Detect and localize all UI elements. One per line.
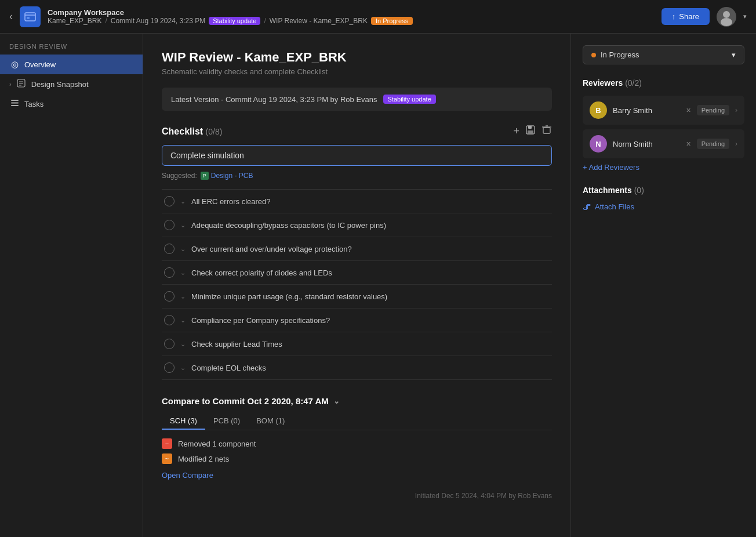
topbar-info: Company Workspace Kame_EXP_BRK / Commit … [48, 8, 662, 25]
breadcrumb: Kame_EXP_BRK / Commit Aug 19 2024, 3:23 … [48, 17, 662, 25]
suggested-link[interactable]: P Design - PCB [201, 172, 253, 180]
reviewer-status-barry: Pending [697, 105, 729, 115]
compare-header[interactable]: Compare to Commit Oct 2 2020, 8:47 AM ⌄ [162, 396, 552, 406]
checklist-item-text: Check correct polarity of diodes and LED… [191, 268, 332, 277]
attachments-count: (0) [634, 186, 644, 195]
page-subtitle: Schematic validity checks and complete C… [162, 67, 552, 76]
breadcrumb-file: Kame_EXP_BRK [48, 17, 101, 25]
reviewer-row-norm: N Norm Smith × Pending › [583, 129, 744, 158]
chevron-1[interactable]: ⌄ [180, 222, 186, 229]
status-dot [591, 53, 596, 57]
checklist-actions: + [513, 125, 552, 138]
status-dropdown[interactable]: In Progress ▾ [583, 45, 744, 64]
check-circle-5[interactable] [164, 315, 175, 325]
sidebar-item-design-snapshot[interactable]: › Design Snapshot [0, 74, 143, 94]
check-circle-3[interactable] [164, 267, 175, 278]
reviewer-chevron-barry[interactable]: › [735, 106, 737, 114]
reviewer-chevron-norm[interactable]: › [735, 140, 737, 148]
svg-point-2 [723, 11, 730, 18]
version-tag[interactable]: Stability update [383, 95, 436, 104]
reviewer-row-barry: B Barry Smith × Pending › [583, 96, 744, 125]
check-circle-1[interactable] [164, 220, 175, 230]
compare-tab-sch[interactable]: SCH (3) [162, 413, 205, 430]
checklist-save-button[interactable] [525, 125, 536, 138]
design-snapshot-icon [16, 79, 27, 89]
check-circle-4[interactable] [164, 291, 175, 302]
compare-modified-text: Modified 2 nets [178, 455, 229, 463]
compare-tab-pcb[interactable]: PCB (0) [205, 413, 248, 430]
version-text: Latest Version - Commit Aug 19 2024, 3:2… [171, 95, 377, 104]
check-circle-6[interactable] [164, 339, 175, 349]
reviewer-status-norm: Pending [697, 139, 729, 149]
topbar-actions: ↑ Share ▾ [662, 7, 747, 27]
checklist-new-item-input[interactable] [170, 151, 543, 160]
check-circle-0[interactable] [164, 196, 175, 206]
checklist-items: ⌄ All ERC errors cleared? ⌄ Adequate dec… [162, 189, 552, 380]
breadcrumb-commit: Commit Aug 19 2024, 3:23 PM [111, 17, 205, 25]
check-circle-2[interactable] [164, 244, 175, 254]
checklist-item: ⌄ Adequate decoupling/bypass capacitors … [162, 213, 552, 237]
checklist-item: ⌄ Complete EOL checks [162, 356, 552, 380]
back-button[interactable]: ‹ [9, 10, 13, 23]
topbar: ‹ Company Workspace Kame_EXP_BRK / Commi… [0, 0, 756, 34]
checklist-add-button[interactable]: + [513, 125, 519, 137]
chevron-5[interactable]: ⌄ [180, 317, 186, 324]
pcb-file-icon: P [201, 172, 209, 180]
reviewer-remove-barry[interactable]: × [686, 106, 690, 115]
sidebar-item-overview[interactable]: ◎ Overview [0, 55, 143, 74]
chevron-7[interactable]: ⌄ [180, 364, 186, 372]
chevron-2[interactable]: ⌄ [180, 245, 186, 253]
compare-item-modified: ~ Modified 2 nets [162, 453, 552, 464]
sidebar: DESIGN REVIEW ◎ Overview › Design Snapsh… [0, 34, 143, 537]
chevron-0[interactable]: ⌄ [180, 198, 186, 205]
check-circle-7[interactable] [164, 362, 175, 373]
compare-chevron-icon: ⌄ [333, 397, 340, 405]
svg-rect-8 [11, 100, 19, 101]
stability-tag[interactable]: Stability update [209, 17, 260, 25]
checklist-item: ⌄ Over current and over/under voltage pr… [162, 237, 552, 261]
attach-files-label: Attach Files [595, 202, 634, 211]
compare-tabs: SCH (3) PCB (0) BOM (1) [162, 413, 552, 430]
share-button[interactable]: ↑ Share [662, 8, 710, 25]
main-layout: DESIGN REVIEW ◎ Overview › Design Snapsh… [0, 34, 756, 537]
compare-tab-bom[interactable]: BOM (1) [248, 413, 293, 430]
checklist-item-text: Compliance per Company specifications? [191, 316, 330, 325]
reviewer-remove-norm[interactable]: × [686, 139, 690, 148]
chevron-4[interactable]: ⌄ [180, 293, 186, 300]
reviewer-name-norm: Norm Smith [613, 140, 680, 148]
arrow-icon: › [9, 81, 12, 88]
svg-rect-9 [11, 103, 19, 104]
checklist-delete-button[interactable] [541, 125, 552, 138]
checklist-header: Checklist (0/8) + [162, 125, 552, 138]
attach-icon: 🖇 [583, 202, 591, 212]
checklist-count: (0/8) [206, 127, 223, 136]
share-label: Share [679, 12, 699, 21]
chevron-6[interactable]: ⌄ [180, 340, 186, 348]
add-reviewers-button[interactable]: + Add Reviewers [583, 163, 744, 172]
checklist-item-text: Check supplier Lead Times [191, 340, 282, 349]
attach-files-button[interactable]: 🖇 Attach Files [583, 202, 744, 212]
svg-point-3 [721, 18, 732, 26]
compare-removed-text: Removed 1 component [178, 440, 256, 448]
compare-title: Compare to Commit Oct 2 2020, 8:47 AM [162, 396, 329, 406]
modified-icon: ~ [162, 453, 172, 464]
reviewer-avatar-norm: N [590, 135, 607, 153]
chevron-3[interactable]: ⌄ [180, 269, 186, 277]
suggested-label: Suggested: [162, 172, 197, 180]
right-panel: In Progress ▾ Reviewers (0/2) B Barry Sm… [570, 34, 756, 537]
overview-icon: ◎ [9, 59, 20, 70]
svg-rect-13 [528, 130, 533, 133]
open-compare-link[interactable]: Open Compare [162, 471, 213, 480]
avatar-chevron[interactable]: ▾ [743, 13, 747, 20]
user-avatar[interactable] [717, 7, 736, 27]
sidebar-item-tasks[interactable]: Tasks [0, 94, 143, 114]
content-area: WIP Review - Kame_EXP_BRK Schematic vali… [143, 34, 570, 537]
sidebar-item-overview-label: Overview [24, 60, 56, 69]
status-badge[interactable]: In Progress [371, 17, 413, 25]
reviewers-title: Reviewers (0/2) [583, 78, 744, 88]
svg-rect-12 [528, 126, 532, 129]
checklist-item-text: Minimize unique part usage (e.g., standa… [191, 292, 387, 301]
removed-icon: − [162, 438, 172, 449]
checklist-item-text: All ERC errors cleared? [191, 197, 271, 206]
add-reviewers-label: + Add Reviewers [583, 163, 639, 172]
